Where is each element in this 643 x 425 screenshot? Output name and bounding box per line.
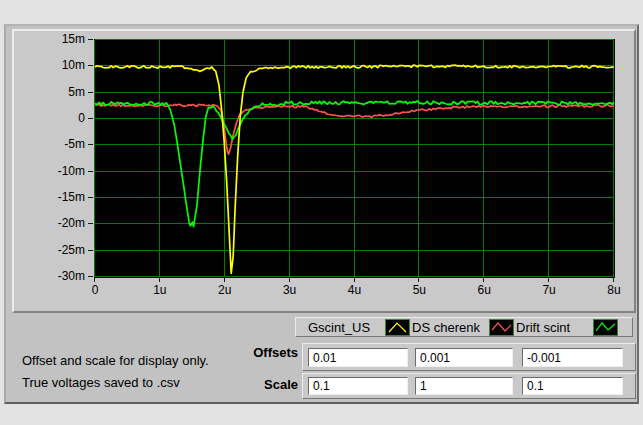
x-tick-label: 0 (79, 283, 111, 297)
scale-input-gscint-us[interactable] (308, 377, 408, 395)
x-tick-mark (548, 278, 549, 282)
y-tick-mark (88, 171, 93, 172)
x-axis-labels: 01u2u3u4u5u6u7u8u (94, 283, 615, 298)
offset-input-ds-cherenk[interactable] (415, 348, 513, 367)
x-tick-label: 1u (144, 283, 176, 297)
x-tick-label: 6u (468, 283, 500, 297)
y-tick-label: 0 (14, 110, 85, 126)
scale-row (302, 373, 636, 399)
y-tick-mark (88, 92, 93, 93)
screen: 15m10m5m0-5m-10m-15m-20m-25m-30m 01u2u3u… (0, 0, 643, 425)
y-tick-label: -5m (14, 136, 85, 152)
offset-input-gscint-us[interactable] (308, 348, 408, 367)
x-tick-label: 8u (598, 283, 630, 297)
waveform-glyph-icon[interactable] (489, 319, 514, 336)
x-tick-label: 4u (339, 283, 371, 297)
x-tick-label: 5u (403, 283, 435, 297)
y-tick-label: -15m (14, 189, 85, 205)
y-tick-mark (88, 223, 93, 224)
legend-item-drift-scint[interactable]: Drift scint (516, 319, 620, 336)
y-tick-label: -20m (14, 215, 85, 231)
legend-item-gscint-us[interactable]: Gscint_US (308, 319, 412, 336)
y-tick-mark (88, 65, 93, 66)
y-tick-label: -30m (14, 268, 85, 284)
scale-input-drift-scint[interactable] (522, 377, 623, 395)
x-tick-mark (159, 278, 160, 282)
y-tick-label: -10m (14, 163, 85, 179)
waveform-glyph-icon[interactable] (385, 319, 410, 336)
x-tick-mark (94, 278, 95, 282)
x-tick-mark (483, 278, 484, 282)
x-tick-mark (354, 278, 355, 282)
y-tick-mark (88, 39, 93, 40)
legend-label-gscint-us: Gscint_US (308, 320, 385, 335)
display-note-line1: Offset and scale for display only. (22, 350, 209, 372)
y-tick-label: 15m (14, 31, 85, 47)
y-tick-label: 10m (14, 57, 85, 73)
plot-canvas (94, 39, 615, 278)
x-tick-mark (418, 278, 419, 282)
scale-input-ds-cherenk[interactable] (415, 377, 513, 395)
front-panel-window: 15m10m5m0-5m-10m-15m-20m-25m-30m 01u2u3u… (4, 24, 639, 404)
waveform-glyph-icon[interactable] (593, 319, 618, 336)
x-tick-mark (224, 278, 225, 282)
offsets-row (302, 343, 636, 371)
y-tick-mark (88, 118, 93, 119)
y-tick-mark (88, 197, 93, 198)
y-tick-label: 5m (14, 84, 85, 100)
plot-area (94, 39, 615, 278)
y-axis-labels: 15m10m5m0-5m-10m-15m-20m-25m-30m (14, 39, 87, 278)
plot-legend: Gscint_US DS cherenk Dri (295, 317, 633, 337)
x-tick-mark (289, 278, 290, 282)
x-tick-label: 3u (274, 283, 306, 297)
legend-item-ds-cherenk[interactable]: DS cherenk (412, 319, 516, 336)
display-note: Offset and scale for display only. True … (22, 350, 209, 394)
x-tick-mark (613, 278, 614, 282)
waveform-graph: 15m10m5m0-5m-10m-15m-20m-25m-30m 01u2u3u… (12, 29, 636, 313)
x-tick-label: 7u (533, 283, 565, 297)
offset-input-drift-scint[interactable] (522, 348, 623, 367)
legend-label-ds-cherenk: DS cherenk (412, 320, 489, 335)
y-tick-label: -25m (14, 242, 85, 258)
scale-label: Scale (218, 377, 298, 392)
y-tick-mark (88, 276, 93, 277)
x-tick-label: 2u (209, 283, 241, 297)
offsets-label: Offsets (218, 345, 298, 360)
y-tick-mark (88, 250, 93, 251)
display-note-line2: True voltages saved to .csv (22, 372, 209, 394)
legend-label-drift-scint: Drift scint (516, 320, 593, 335)
y-tick-mark (88, 144, 93, 145)
